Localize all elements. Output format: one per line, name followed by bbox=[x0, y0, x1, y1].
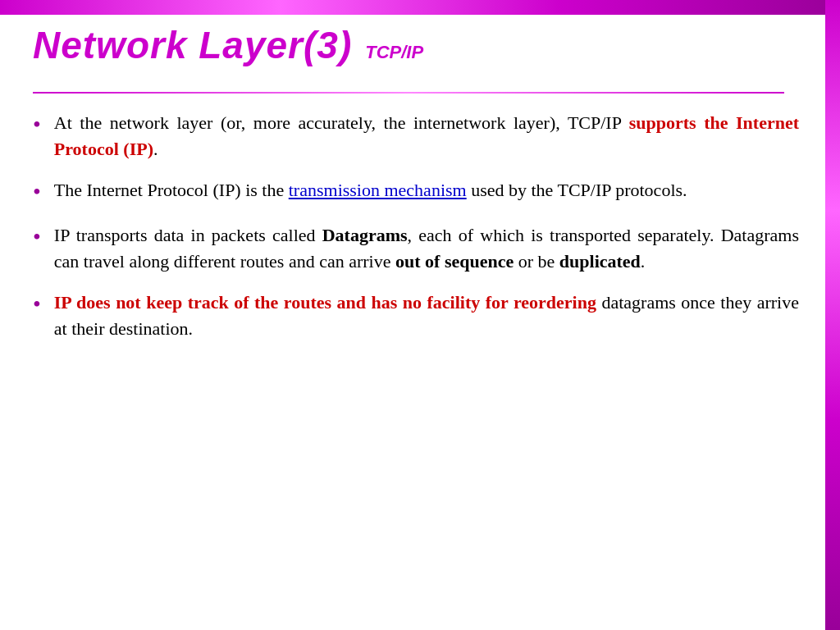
bullet-dot-4: • bbox=[33, 288, 41, 320]
list-item: • IP transports data in packets called D… bbox=[33, 222, 799, 275]
title-area: Network Layer(3) TCP/IP bbox=[33, 23, 799, 67]
bullet-dot-2: • bbox=[33, 176, 41, 208]
highlight-datagrams: Datagrams bbox=[322, 225, 408, 245]
highlight-duplicated: duplicated bbox=[559, 251, 641, 272]
slide-content: Network Layer(3) TCP/IP • At the network… bbox=[0, 0, 840, 630]
highlight-out-of-sequence: out of sequence bbox=[395, 251, 514, 272]
slide-title-sub: TCP/IP bbox=[365, 42, 423, 63]
slide-title-main: Network Layer(3) bbox=[33, 23, 352, 67]
highlight-ip-no-track: IP does not keep track of the routes and… bbox=[54, 292, 596, 313]
bullet-dot-1: • bbox=[33, 108, 41, 140]
list-item: • The Internet Protocol (IP) is the tran… bbox=[33, 177, 799, 208]
list-item: • At the network layer (or, more accurat… bbox=[33, 110, 799, 162]
bullet-text-3: IP transports data in packets called Dat… bbox=[54, 222, 799, 275]
list-item: • IP does not keep track of the routes a… bbox=[33, 290, 799, 342]
bullet-text-2: The Internet Protocol (IP) is the transm… bbox=[54, 177, 799, 203]
bullet-dot-3: • bbox=[33, 221, 41, 253]
bullet-list: • At the network layer (or, more accurat… bbox=[33, 110, 799, 342]
bullet-text-1: At the network layer (or, more accuratel… bbox=[54, 110, 799, 162]
highlight-supports: supports the Internet Protocol (IP) bbox=[54, 112, 799, 159]
link-transmission-mechanism[interactable]: transmission mechanism bbox=[289, 180, 467, 200]
bullet-text-4: IP does not keep track of the routes and… bbox=[54, 290, 799, 342]
title-underline bbox=[33, 92, 784, 94]
